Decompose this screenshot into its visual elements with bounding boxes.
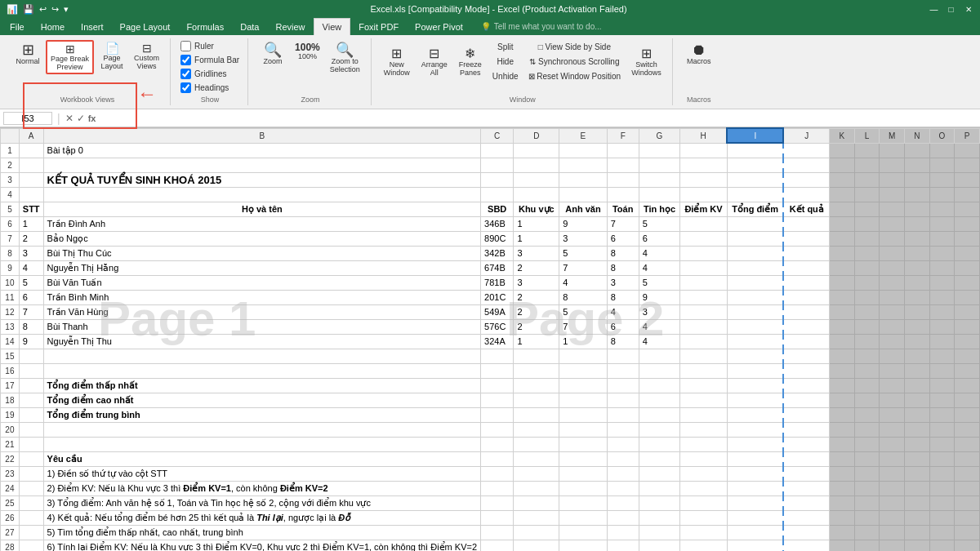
cell-D24[interactable] [514, 481, 559, 495]
cell-M23[interactable] [880, 466, 905, 481]
cell-A28[interactable] [19, 540, 43, 551]
cell-J15[interactable] [783, 349, 829, 363]
cell-D19[interactable] [514, 407, 559, 422]
tab-formulas[interactable]: Formulas [178, 18, 232, 35]
gridlines-checkbox[interactable]: Gridlines [179, 68, 228, 80]
cell-B24[interactable]: 2) Điểm KV: Nếu là Khu vực 3 thì Điểm KV… [43, 481, 480, 495]
col-header-H[interactable]: H [680, 128, 727, 143]
cell-A26[interactable] [19, 510, 43, 525]
cell-P13[interactable] [955, 319, 980, 334]
cell-M12[interactable] [880, 304, 905, 319]
cell-L7[interactable] [854, 231, 880, 246]
cell-C6[interactable]: 346B [481, 216, 514, 231]
cell-K12[interactable] [830, 304, 855, 319]
cell-O23[interactable] [929, 466, 955, 481]
cell-G24[interactable] [639, 481, 680, 495]
cell-O8[interactable] [929, 246, 955, 260]
cell-I19[interactable] [727, 407, 783, 422]
cell-L20[interactable] [854, 422, 880, 437]
cell-N5[interactable] [905, 202, 930, 216]
cell-E1[interactable] [559, 143, 607, 158]
cell-O13[interactable] [929, 319, 955, 334]
cell-O14[interactable] [929, 334, 955, 349]
cell-L23[interactable] [854, 466, 880, 481]
cell-M27[interactable] [880, 525, 905, 540]
cell-L18[interactable] [854, 393, 880, 407]
cell-J1[interactable] [783, 143, 829, 158]
cell-P4[interactable] [955, 187, 980, 202]
cell-F24[interactable] [607, 481, 639, 495]
cell-K5[interactable] [830, 202, 855, 216]
cell-E15[interactable] [559, 349, 607, 363]
cell-C13[interactable]: 576C [481, 319, 514, 334]
cell-M21[interactable] [880, 437, 905, 451]
cell-K4[interactable] [830, 187, 855, 202]
cell-J28[interactable] [783, 540, 829, 551]
cell-H7[interactable] [680, 231, 727, 246]
tab-review[interactable]: Review [267, 18, 313, 35]
cell-C5[interactable]: SBD [481, 202, 514, 216]
cell-A20[interactable] [19, 422, 43, 437]
cell-J18[interactable] [783, 393, 829, 407]
cell-D6[interactable]: 1 [514, 216, 559, 231]
cell-G4[interactable] [639, 187, 680, 202]
cell-P10[interactable] [955, 275, 980, 290]
cell-F25[interactable] [607, 495, 639, 510]
col-header-I[interactable]: I [727, 128, 783, 143]
cell-P20[interactable] [955, 422, 980, 437]
cell-B22[interactable]: Yêu cầu [43, 451, 480, 466]
cell-K23[interactable] [830, 466, 855, 481]
cell-K9[interactable] [830, 260, 855, 275]
cell-I26[interactable] [727, 510, 783, 525]
cell-K7[interactable] [830, 231, 855, 246]
cell-J21[interactable] [783, 437, 829, 451]
cell-E13[interactable]: 7 [559, 319, 607, 334]
cell-F16[interactable] [607, 363, 639, 378]
cell-G13[interactable]: 4 [639, 319, 680, 334]
cell-A4[interactable] [19, 187, 43, 202]
cell-P7[interactable] [955, 231, 980, 246]
cell-E9[interactable]: 7 [559, 260, 607, 275]
cell-H14[interactable] [680, 334, 727, 349]
col-header-C[interactable]: C [481, 128, 514, 143]
cell-K27[interactable] [830, 525, 855, 540]
formula-input[interactable] [99, 113, 977, 123]
cell-P2[interactable] [955, 158, 980, 172]
cell-B9[interactable]: Nguyễn Thị Hằng [43, 260, 480, 275]
cell-J26[interactable] [783, 510, 829, 525]
cell-F26[interactable] [607, 510, 639, 525]
cell-B8[interactable]: Bùi Thị Thu Cúc [43, 246, 480, 260]
cell-J3[interactable] [783, 172, 829, 187]
ruler-checkbox-input[interactable] [180, 41, 191, 51]
cell-C26[interactable] [481, 510, 514, 525]
cell-H25[interactable] [680, 495, 727, 510]
cell-H10[interactable] [680, 275, 727, 290]
cell-A6[interactable]: 1 [19, 216, 43, 231]
cell-G18[interactable] [639, 393, 680, 407]
cell-P3[interactable] [955, 172, 980, 187]
cell-L19[interactable] [854, 407, 880, 422]
cell-E28[interactable] [559, 540, 607, 551]
cell-L17[interactable] [854, 378, 880, 393]
cell-H13[interactable] [680, 319, 727, 334]
cell-E16[interactable] [559, 363, 607, 378]
cell-I18[interactable] [727, 393, 783, 407]
normal-view-button[interactable]: ⊞ Normal [11, 40, 44, 68]
maximize-button[interactable]: □ [946, 4, 956, 15]
cell-A25[interactable] [19, 495, 43, 510]
cell-B14[interactable]: Nguyễn Thị Thu [43, 334, 480, 349]
switch-windows-button[interactable]: ⊞ SwitchWindows [627, 40, 666, 83]
cell-H6[interactable] [680, 216, 727, 231]
cell-L1[interactable] [854, 143, 880, 158]
cell-J9[interactable] [783, 260, 829, 275]
cell-E24[interactable] [559, 481, 607, 495]
cell-N22[interactable] [905, 451, 930, 466]
cell-O26[interactable] [929, 510, 955, 525]
cell-H2[interactable] [680, 158, 727, 172]
cell-E27[interactable] [559, 525, 607, 540]
cell-M17[interactable] [880, 378, 905, 393]
cell-C14[interactable]: 324A [481, 334, 514, 349]
cell-H9[interactable] [680, 260, 727, 275]
cell-F23[interactable] [607, 466, 639, 481]
col-header-J[interactable]: J [783, 128, 829, 143]
